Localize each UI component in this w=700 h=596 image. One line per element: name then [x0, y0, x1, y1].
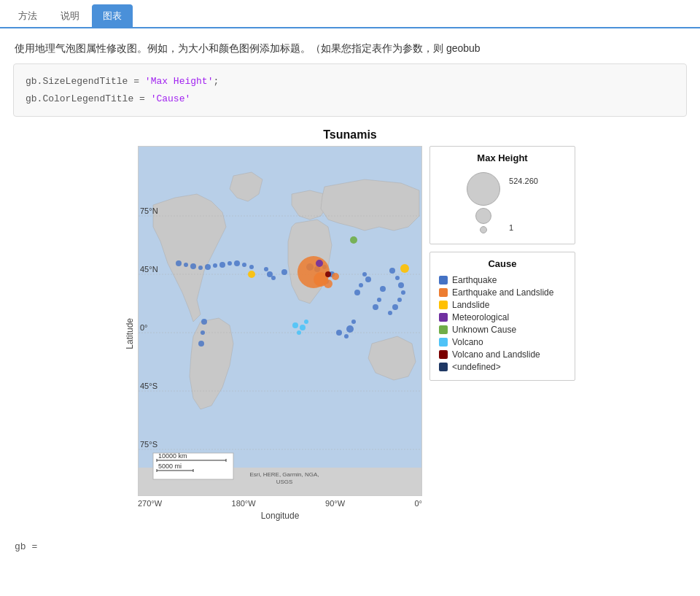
svg-point-60 — [350, 236, 357, 244]
svg-point-21 — [190, 263, 196, 269]
legend-color-dot — [439, 338, 448, 347]
code-line-1: gb.SizeLegendTitle = 'Max Height'; — [26, 73, 674, 90]
svg-text:USGS: USGS — [276, 479, 293, 485]
svg-text:10000 km: 10000 km — [158, 452, 187, 460]
map-inner: Latitude — [125, 146, 422, 521]
svg-point-58 — [248, 271, 255, 278]
svg-point-23 — [205, 264, 211, 270]
bottom-code: gb = — [0, 535, 700, 552]
legend-item-label: Earthquake — [452, 275, 497, 285]
svg-point-26 — [228, 261, 232, 266]
svg-point-17 — [392, 304, 398, 310]
tabs-bar: 方法 说明 图表 — [0, 0, 700, 28]
code-eq-1: = — [128, 76, 144, 87]
legend-item-label: Unknown Cause — [452, 325, 516, 335]
size-min-label: 1 — [509, 223, 538, 232]
map-svg: 75°N 45°N 0° 45°S 75°S — [138, 146, 422, 496]
svg-point-56 — [332, 273, 339, 280]
svg-point-36 — [344, 334, 349, 338]
legend-color-dot — [439, 363, 448, 371]
svg-text:Esri, HERE, Garmin, NGA,: Esri, HERE, Garmin, NGA, — [249, 471, 319, 478]
code-val-1: 'Max Height' — [145, 76, 214, 87]
svg-point-50 — [354, 290, 360, 295]
svg-point-32 — [201, 319, 207, 325]
x-axis-ticks: 270°W 180°W 90°W 0° — [138, 499, 422, 508]
page-wrapper: 方法 说明 图表 使用地理气泡图属性修改图。例如，为大小和颜色图例添加标题。（如… — [0, 0, 700, 552]
svg-point-42 — [264, 267, 268, 271]
color-legend-item: Landslide — [439, 300, 566, 310]
chart-title: Tsunamis — [323, 128, 377, 142]
svg-point-19 — [176, 260, 182, 266]
legend-color-dot — [439, 288, 448, 297]
size-legend-title: Max Height — [439, 152, 566, 163]
svg-point-47 — [362, 272, 367, 276]
svg-point-15 — [401, 290, 405, 295]
svg-point-28 — [242, 263, 246, 267]
svg-point-38 — [351, 320, 356, 324]
svg-point-59 — [316, 260, 323, 267]
svg-point-62 — [297, 330, 301, 335]
svg-point-46 — [249, 265, 254, 269]
code-prop-2: gb.ColorLegendTitle — [26, 93, 133, 104]
svg-point-41 — [373, 304, 378, 310]
color-legend-item: Meteorological — [439, 312, 566, 322]
svg-point-45 — [281, 269, 287, 275]
svg-text:5000 mi: 5000 mi — [158, 463, 182, 470]
color-legend-items: EarthquakeEarthquake and LandslideLandsl… — [439, 275, 566, 372]
svg-point-65 — [325, 271, 331, 277]
svg-point-12 — [389, 268, 395, 274]
x-tick-1: 270°W — [138, 499, 162, 508]
svg-point-64 — [304, 320, 308, 324]
svg-point-43 — [267, 271, 273, 277]
legend-item-label: Meteorological — [452, 312, 509, 322]
svg-point-24 — [213, 263, 217, 268]
tab-chart[interactable]: 图表 — [92, 4, 133, 27]
map-wrapper: 75°N 45°N 0° 45°S 75°S — [138, 146, 422, 521]
code-val-2: 'Cause' — [151, 93, 191, 104]
svg-point-35 — [336, 330, 342, 336]
svg-point-34 — [198, 341, 204, 347]
svg-text:75°N: 75°N — [140, 206, 158, 215]
code-line-2: gb.ColorLegendTitle = 'Cause' — [26, 90, 674, 107]
svg-text:45°S: 45°S — [140, 382, 158, 390]
svg-point-13 — [395, 276, 400, 280]
legend-color-dot — [439, 301, 448, 309]
svg-text:75°S: 75°S — [140, 440, 158, 449]
legend-item-label: Earthquake and Landslide — [452, 287, 553, 298]
x-axis-label: Longitude — [138, 511, 422, 521]
svg-point-48 — [365, 276, 371, 282]
svg-text:45°N: 45°N — [140, 265, 158, 274]
legend-item-label: Landslide — [452, 300, 489, 310]
legend-item-label: <undefined> — [452, 362, 501, 372]
color-legend-item: Volcano and Landslide — [439, 349, 566, 360]
color-legend-box: Cause EarthquakeEarthquake and Landslide… — [429, 252, 575, 381]
svg-point-33 — [201, 330, 205, 335]
color-legend-item: Volcano — [439, 337, 566, 347]
x-tick-4: 0° — [414, 499, 422, 508]
chart-section: Tsunamis Latitude — [0, 128, 700, 535]
legend-color-dot — [439, 313, 448, 322]
tab-description[interactable]: 说明 — [50, 4, 90, 27]
svg-point-18 — [388, 311, 392, 315]
svg-point-14 — [398, 282, 404, 288]
color-legend-item: <undefined> — [439, 362, 566, 372]
svg-point-40 — [377, 298, 381, 302]
code-block: gb.SizeLegendTitle = 'Max Height'; gb.Co… — [13, 63, 687, 117]
svg-point-55 — [324, 279, 332, 288]
color-legend-title: Cause — [439, 258, 566, 269]
svg-point-49 — [359, 283, 363, 287]
size-max-label: 524.260 — [509, 177, 538, 185]
code-semi-1: ; — [213, 76, 219, 87]
description-text: 使用地理气泡图属性修改图。例如，为大小和颜色图例添加标题。（如果您指定表作为参数… — [0, 28, 700, 63]
svg-point-44 — [271, 276, 276, 280]
y-axis-label: Latitude — [125, 318, 135, 349]
tab-methods[interactable]: 方法 — [7, 4, 48, 27]
color-legend-item: Unknown Cause — [439, 325, 566, 335]
legends-container: Max Height 524.260 1 — [429, 146, 575, 381]
svg-point-22 — [198, 266, 203, 270]
code-prop-1: gb.SizeLegendTitle — [26, 76, 128, 87]
x-tick-3: 90°W — [325, 499, 345, 508]
color-legend-item: Earthquake and Landslide — [439, 287, 566, 298]
code-eq-2: = — [133, 93, 150, 104]
svg-point-63 — [300, 325, 306, 330]
